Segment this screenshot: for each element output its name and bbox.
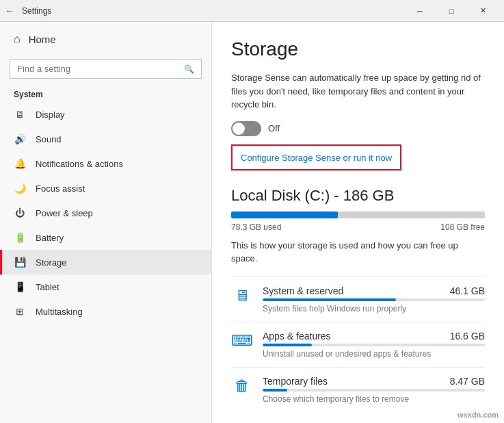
sidebar-item-display[interactable]: 🖥 Display	[0, 102, 211, 127]
configure-link-wrapper: Configure Storage Sense or run it now	[231, 144, 401, 170]
toggle-row: Off	[231, 121, 485, 136]
sidebar-item-label-sound: Sound	[36, 134, 62, 144]
focus-icon: 🌙	[14, 183, 26, 194]
storage-item-temp[interactable]: 🗑 Temporary files 8.47 GB Choose which t…	[231, 367, 485, 412]
sidebar-item-label-battery: Battery	[36, 233, 64, 243]
content-area: Storage Storage Sense can automatically …	[212, 22, 504, 423]
storage-item-apps-content: Apps & features 16.6 GB Uninstall unused…	[263, 331, 485, 359]
disk-title: Local Disk (C:) - 186 GB	[231, 187, 485, 205]
sidebar-item-label-notifications: Notifications & actions	[36, 159, 123, 169]
home-label: Home	[29, 34, 56, 45]
system-icon: 🖥	[231, 287, 253, 305]
sound-icon: 🔊	[14, 133, 26, 144]
toggle-knob	[233, 123, 245, 135]
home-icon: ⌂	[14, 33, 21, 45]
sidebar-item-multitasking[interactable]: ⊞ Multitasking	[0, 299, 211, 324]
titlebar: ← Settings ─ □ ✕	[0, 0, 504, 22]
disk-description: This is how your storage is used and how…	[231, 239, 485, 266]
storage-item-temp-size: 8.47 GB	[450, 376, 485, 387]
search-input[interactable]	[17, 64, 178, 74]
page-title: Storage	[231, 38, 485, 60]
tablet-icon: 📱	[14, 281, 26, 292]
storage-item-apps-bar-fill	[263, 344, 312, 346]
disk-usage-bar	[231, 212, 485, 218]
storage-sense-description: Storage Sense can automatically free up …	[231, 71, 485, 112]
disk-used-label: 78.3 GB used	[231, 222, 281, 232]
apps-icon: ⌨	[231, 332, 253, 350]
temp-icon: 🗑	[231, 377, 253, 395]
sidebar-item-power[interactable]: ⏻ Power & sleep	[0, 201, 211, 225]
storage-item-apps-name: Apps & features	[263, 331, 331, 342]
sidebar-item-home[interactable]: ⌂ Home	[0, 22, 211, 56]
main-container: ⌂ Home 🔍 System 🖥 Display 🔊 Sound 🔔 Noti…	[0, 22, 504, 423]
storage-item-apps-size: 16.6 GB	[450, 331, 485, 342]
watermark: wsxdn.com	[457, 411, 499, 419]
storage-item-system-name: System & reserved	[263, 285, 343, 296]
close-button[interactable]: ✕	[467, 0, 499, 22]
sidebar: ⌂ Home 🔍 System 🖥 Display 🔊 Sound 🔔 Noti…	[0, 22, 212, 423]
sidebar-item-label-storage: Storage	[36, 257, 67, 268]
sidebar-item-label-power: Power & sleep	[36, 208, 93, 218]
storage-item-temp-name: Temporary files	[263, 376, 328, 387]
sidebar-item-tablet[interactable]: 📱 Tablet	[0, 274, 211, 299]
sidebar-item-label-multitasking: Multitasking	[36, 307, 83, 317]
sidebar-item-focus[interactable]: 🌙 Focus assist	[0, 176, 211, 201]
sidebar-item-label-display: Display	[36, 110, 65, 120]
storage-item-apps[interactable]: ⌨ Apps & features 16.6 GB Uninstall unus…	[231, 322, 485, 367]
storage-item-system-bar-fill	[263, 298, 396, 301]
storage-item-system-bar	[263, 298, 485, 301]
storage-item-apps-desc: Uninstall unused or undesired apps & fea…	[263, 349, 485, 359]
storage-item-temp-desc: Choose which temporary files to remove	[263, 394, 485, 404]
storage-item-apps-header: Apps & features 16.6 GB	[263, 331, 485, 342]
storage-item-system-header: System & reserved 46.1 GB	[263, 285, 485, 296]
disk-bar-fill	[231, 212, 338, 218]
configure-storage-sense-link[interactable]: Configure Storage Sense or run it now	[241, 153, 392, 163]
disk-free-label: 108 GB free	[440, 222, 485, 232]
titlebar-title: Settings	[22, 6, 404, 16]
display-icon: 🖥	[14, 109, 26, 120]
sidebar-item-label-tablet: Tablet	[36, 282, 59, 292]
storage-item-system-desc: System files help Windows run properly	[263, 304, 485, 313]
storage-item-system-size: 46.1 GB	[450, 285, 485, 296]
sidebar-item-storage[interactable]: 💾 Storage	[0, 250, 211, 274]
storage-item-system[interactable]: 🖥 System & reserved 46.1 GB System files…	[231, 277, 485, 322]
toggle-label: Off	[268, 123, 280, 133]
sidebar-section-label: System	[0, 84, 211, 102]
storage-sense-toggle[interactable]	[231, 121, 261, 136]
minimize-button[interactable]: ─	[404, 0, 436, 22]
sidebar-item-sound[interactable]: 🔊 Sound	[0, 127, 211, 151]
disk-bar-labels: 78.3 GB used 108 GB free	[231, 222, 485, 232]
storage-item-system-content: System & reserved 46.1 GB System files h…	[263, 285, 485, 313]
sidebar-search-box[interactable]: 🔍	[10, 59, 202, 79]
sidebar-item-label-focus: Focus assist	[36, 183, 85, 194]
notifications-icon: 🔔	[14, 158, 26, 169]
maximize-button[interactable]: □	[436, 0, 467, 22]
multitasking-icon: ⊞	[14, 306, 26, 317]
power-icon: ⏻	[14, 207, 26, 218]
storage-icon: 💾	[14, 257, 26, 268]
window-controls: ─ □ ✕	[404, 0, 499, 22]
sidebar-item-battery[interactable]: 🔋 Battery	[0, 225, 211, 250]
storage-item-temp-bar-fill	[263, 389, 287, 392]
sidebar-item-notifications[interactable]: 🔔 Notifications & actions	[0, 151, 211, 176]
storage-item-apps-bar	[263, 344, 485, 346]
storage-item-temp-header: Temporary files 8.47 GB	[263, 376, 485, 387]
battery-icon: 🔋	[14, 232, 26, 243]
back-button[interactable]: ←	[5, 6, 14, 16]
storage-item-temp-bar	[263, 389, 485, 392]
storage-item-temp-content: Temporary files 8.47 GB Choose which tem…	[263, 376, 485, 404]
search-icon: 🔍	[184, 64, 194, 74]
